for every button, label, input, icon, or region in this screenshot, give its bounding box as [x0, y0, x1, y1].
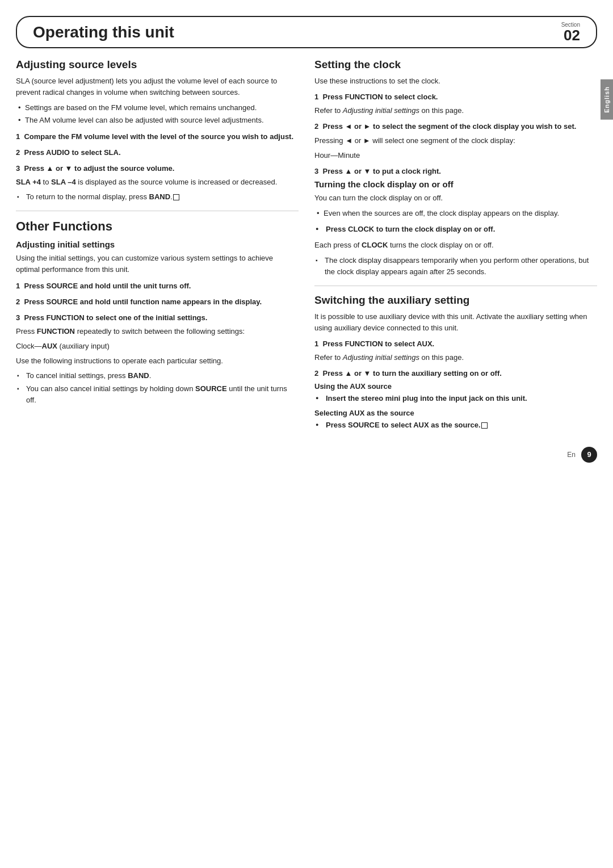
clock-step2-body: Pressing ◄ or ► will select one segment …: [314, 135, 597, 146]
step2-text: Press AUDIO to select SLA.: [24, 148, 120, 157]
left-column: Adjusting source levels SLA (source leve…: [16, 58, 299, 435]
section-badge: Section 02: [561, 22, 580, 43]
turning-clock-circle-bullets: Press CLOCK to turn the clock display on…: [314, 224, 597, 235]
sla-square-bullets: To return to the normal display, press B…: [16, 191, 299, 203]
list-item: Insert the stereo mini plug into the inp…: [314, 393, 597, 404]
step3-label: 3 Press ▲ or ▼ to adjust the source volu…: [16, 163, 299, 174]
step3-text: Press ▲ or ▼ to adjust the source volume…: [24, 164, 174, 173]
page-number: 9: [581, 447, 597, 463]
clock-step1-body: Refer to Adjusting initial settings on t…: [314, 105, 597, 116]
adjusting-source-levels-heading: Adjusting source levels: [16, 58, 299, 71]
list-item: Press SOURCE to select AUX as the source…: [314, 420, 597, 431]
turning-clock-section: Turning the clock display on or off You …: [314, 179, 597, 278]
list-item: Even when the sources are off, the clock…: [314, 208, 597, 219]
switching-aux-intro: It is possible to use auxiliary device w…: [314, 311, 597, 334]
adjusting-initial-settings-section: Adjusting initial settings Using the ini…: [16, 240, 299, 406]
list-item: You can also cancel initial settings by …: [16, 383, 299, 406]
using-aux-section: Using the AUX source Insert the stereo m…: [314, 382, 597, 404]
adjusting-source-levels-section: Adjusting source levels SLA (source leve…: [16, 58, 299, 203]
clock-step2: 2 Press ◄ or ► to select the segment of …: [314, 121, 597, 132]
init-square-bullets: To cancel initial settings, press BAND. …: [16, 370, 299, 405]
clock-step3: 3 Press ▲ or ▼ to put a clock right.: [314, 166, 597, 177]
adjusting-initial-settings-heading: Adjusting initial settings: [16, 240, 299, 249]
setting-the-clock-section: Setting the clock Use these instructions…: [314, 58, 597, 278]
main-content: Adjusting source levels SLA (source leve…: [16, 58, 597, 435]
en-label: En: [567, 451, 576, 459]
list-item: The AM volume level can also be adjusted…: [16, 115, 299, 126]
list-item: To cancel initial settings, press BAND.: [16, 370, 299, 381]
switching-aux-section: Switching the auxiliary setting It is po…: [314, 294, 597, 431]
clock-step2-detail: Hour—Minute: [314, 150, 597, 161]
adjusting-source-levels-bullets: Settings are based on the FM volume leve…: [16, 102, 299, 126]
init-step3-body: Press FUNCTION repeatedly to switch betw…: [16, 326, 299, 337]
aux-step2: 2 Press ▲ or ▼ to turn the auxiliary set…: [314, 368, 597, 379]
turning-clock-heading: Turning the clock display on or off: [314, 179, 597, 189]
list-item: Settings are based on the FM volume leve…: [16, 102, 299, 114]
aux-step1-body: Refer to Adjusting initial settings on t…: [314, 352, 597, 363]
list-item: The clock display disappears temporarily…: [314, 255, 597, 278]
section-number: 02: [564, 28, 580, 43]
other-functions-section: Other Functions Adjusting initial settin…: [16, 219, 299, 406]
selecting-aux-circle-bullets: Press SOURCE to select AUX as the source…: [314, 420, 597, 431]
right-column: Setting the clock Use these instructions…: [314, 58, 597, 435]
clock-step1: 1 Press FUNCTION to select clock.: [314, 91, 597, 103]
adjusting-initial-intro: Using the initial settings, you can cust…: [16, 253, 299, 275]
init-step1: 1 Press SOURCE and hold until the unit t…: [16, 280, 299, 292]
list-item: Press CLOCK to turn the clock display on…: [314, 224, 597, 235]
setting-the-clock-heading: Setting the clock: [314, 58, 597, 71]
other-functions-heading: Other Functions: [16, 219, 299, 234]
divider-right: [314, 286, 597, 286]
selecting-aux-heading: Selecting AUX as the source: [314, 409, 597, 417]
init-step3-detail: Use the following instructions to operat…: [16, 355, 299, 367]
step2-label: 2 Press AUDIO to select SLA.: [16, 147, 299, 158]
header-bar: Operating this unit Section 02: [16, 16, 597, 48]
switching-aux-heading: Switching the auxiliary setting: [314, 294, 597, 307]
page-title: Operating this unit: [33, 23, 174, 41]
selecting-aux-section: Selecting AUX as the source Press SOURCE…: [314, 409, 597, 431]
init-step2: 2 Press SOURCE and hold until function n…: [16, 296, 299, 308]
step1-label: 1 Compare the FM volume level with the l…: [16, 131, 299, 142]
turning-clock-bullets: Even when the sources are off, the clock…: [314, 208, 597, 219]
init-settings-list: Clock—AUX (auxiliary input): [16, 341, 299, 352]
init-step3: 3 Press FUNCTION to select one of the in…: [16, 312, 299, 324]
list-item: To return to the normal display, press B…: [16, 191, 299, 203]
aux-step1: 1 Press FUNCTION to select AUX.: [314, 338, 597, 350]
using-aux-heading: Using the AUX source: [314, 382, 597, 391]
setting-clock-intro: Use these instructions to set the clock.: [314, 76, 597, 87]
turning-clock-square-bullets: The clock display disappears temporarily…: [314, 255, 597, 278]
english-tab: English: [601, 79, 613, 120]
turning-clock-intro: You can turn the clock display on or off…: [314, 192, 597, 204]
using-aux-circle-bullets: Insert the stereo mini plug into the inp…: [314, 393, 597, 404]
adjusting-source-levels-intro: SLA (source level adjustment) lets you a…: [16, 76, 299, 98]
divider: [16, 211, 299, 211]
footer: En 9: [16, 447, 597, 463]
sla-note: SLA +4 to SLA –4 is displayed as the sou…: [16, 177, 299, 188]
turning-clock-circle-body: Each press of CLOCK turns the clock disp…: [314, 240, 597, 251]
